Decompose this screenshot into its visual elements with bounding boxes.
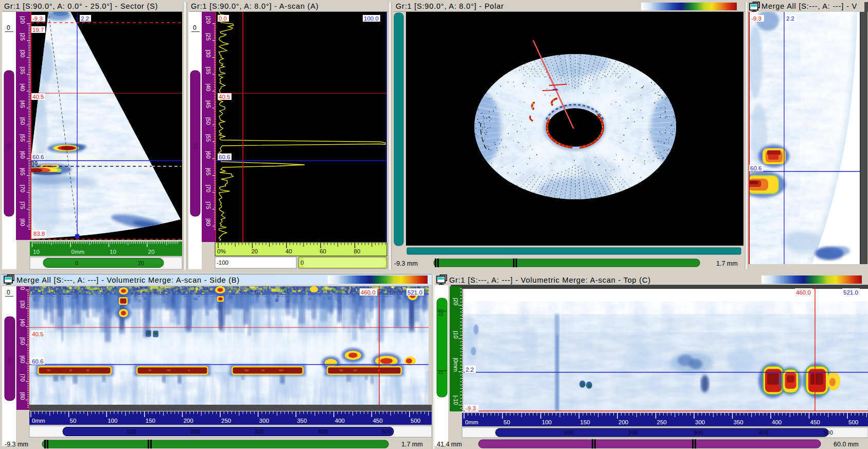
- svg-text:10: 10: [110, 249, 116, 255]
- svg-text:|25: |25: [20, 33, 26, 41]
- svg-text:|30: |30: [205, 49, 211, 57]
- svg-text:0.0: 0.0: [219, 15, 227, 22]
- svg-text:300: 300: [259, 418, 269, 424]
- svg-text:|65: |65: [20, 168, 26, 176]
- svg-text:200: 200: [183, 418, 193, 424]
- svg-text:|35: |35: [205, 66, 211, 74]
- svg-text:350: 350: [734, 419, 743, 425]
- svg-text:100: 100: [563, 429, 573, 436]
- svg-text:|40: |40: [205, 83, 211, 91]
- svg-text:|50: |50: [205, 117, 211, 125]
- svg-text:0mm: 0mm: [465, 419, 479, 425]
- svg-text:0%: 0%: [217, 248, 226, 254]
- svg-text:|55: |55: [20, 134, 26, 142]
- svg-text:80: 80: [354, 248, 361, 254]
- svg-text:Gr:1 [S:90.0°, A: 8.0°] - A-sc: Gr:1 [S:90.0°, A: 8.0°] - A-scan (A): [191, 2, 318, 10]
- svg-text:|60: |60: [205, 151, 211, 159]
- svg-text:50: 50: [504, 419, 510, 425]
- svg-text:300: 300: [694, 429, 703, 436]
- svg-text:0mm: 0mm: [72, 249, 85, 255]
- svg-text:|20: |20: [453, 298, 459, 305]
- svg-text:|50: |50: [20, 117, 26, 125]
- svg-text:|30: |30: [20, 301, 26, 308]
- svg-text:|45: |45: [205, 100, 211, 108]
- svg-text:100: 100: [108, 418, 117, 424]
- svg-text:0: 0: [7, 289, 10, 296]
- svg-text:60.6: 60.6: [32, 358, 43, 365]
- svg-text:Gr:1 [S:90.0°, A: 8.0°] - Pola: Gr:1 [S:90.0°, A: 8.0°] - Polar: [396, 2, 504, 10]
- svg-text:-9.3 mm: -9.3 mm: [394, 260, 418, 267]
- svg-text:40.5: 40.5: [32, 331, 43, 337]
- svg-text:2.2: 2.2: [466, 367, 474, 373]
- svg-text:|80: |80: [20, 218, 26, 226]
- svg-text:40: 40: [286, 248, 292, 254]
- svg-text:|65: |65: [205, 168, 211, 176]
- svg-text:20: 20: [251, 248, 258, 254]
- svg-text:460.0: 460.0: [796, 289, 811, 296]
- svg-text:|60: |60: [20, 355, 26, 363]
- svg-text:500: 500: [848, 419, 858, 425]
- svg-text:60.6: 60.6: [219, 154, 230, 160]
- svg-text:-9.3: -9.3: [751, 15, 761, 22]
- svg-text:-9.3 mm: -9.3 mm: [5, 441, 28, 448]
- svg-text:1.7 mm: 1.7 mm: [401, 441, 423, 448]
- svg-text:521.0: 521.0: [843, 289, 858, 296]
- svg-text:0: 0: [193, 24, 197, 31]
- svg-text:450: 450: [373, 418, 382, 424]
- svg-text:Merge All [S:---, A: ---] - V: Merge All [S:---, A: ---] - V: [761, 2, 857, 10]
- svg-text:20: 20: [148, 249, 155, 255]
- svg-text:250: 250: [221, 418, 231, 424]
- svg-text:0: 0: [7, 24, 10, 31]
- svg-text:|60: |60: [20, 151, 26, 159]
- svg-text:60: 60: [320, 248, 326, 254]
- svg-text:-9.3: -9.3: [32, 15, 43, 22]
- svg-text:|75: |75: [205, 201, 211, 209]
- svg-text:|50: |50: [20, 337, 26, 345]
- svg-text:400: 400: [758, 429, 768, 436]
- svg-text:0: 0: [300, 260, 304, 266]
- svg-text:-100: -100: [217, 260, 228, 266]
- svg-text:|-10: |-10: [453, 395, 459, 405]
- svg-text:50: 50: [192, 144, 198, 150]
- svg-text:|40: |40: [20, 83, 26, 91]
- svg-text:|45: |45: [20, 100, 26, 108]
- svg-text:20: 20: [138, 260, 144, 266]
- svg-text:500: 500: [824, 429, 833, 436]
- svg-text:100: 100: [542, 419, 552, 425]
- svg-text:Gr:1 [S:90.0°, A: 0.0° - 25.0°: Gr:1 [S:90.0°, A: 0.0° - 25.0°] - Sector…: [4, 2, 158, 10]
- svg-text:|20: |20: [205, 16, 211, 24]
- svg-text:|20: |20: [438, 309, 444, 316]
- svg-text:40.5: 40.5: [219, 94, 230, 100]
- svg-text:200: 200: [190, 428, 200, 435]
- svg-text:450: 450: [810, 419, 820, 425]
- svg-text:500: 500: [382, 428, 391, 435]
- svg-text:1.7 mm: 1.7 mm: [716, 260, 738, 267]
- svg-text:460.0: 460.0: [361, 289, 376, 296]
- svg-text:|25: |25: [205, 33, 211, 41]
- svg-text:|35: |35: [20, 66, 26, 74]
- svg-text:|70: |70: [20, 374, 26, 382]
- svg-text:521.0: 521.0: [408, 289, 422, 296]
- svg-text:100: 100: [127, 428, 136, 435]
- svg-text:Merge All [S:---, A: ---] - V: Merge All [S:---, A: ---] - Volumetric M…: [16, 276, 240, 284]
- svg-text:100.0: 100.0: [364, 15, 379, 22]
- svg-text:150: 150: [146, 418, 155, 424]
- svg-text:60.6: 60.6: [750, 165, 761, 171]
- svg-text:60.6: 60.6: [32, 154, 44, 160]
- svg-text:150: 150: [580, 419, 590, 425]
- svg-text:|80: |80: [205, 218, 211, 226]
- svg-text:50: 50: [6, 144, 12, 150]
- svg-text:B0: B0: [30, 160, 38, 166]
- svg-text:|70: |70: [205, 184, 211, 192]
- svg-text:|10: |10: [453, 331, 459, 338]
- svg-text:|70: |70: [20, 184, 26, 192]
- svg-text:|40: |40: [20, 319, 26, 326]
- svg-text:2.2: 2.2: [81, 15, 89, 22]
- svg-text:200: 200: [618, 419, 628, 425]
- svg-text:60.0 mm: 60.0 mm: [834, 441, 859, 448]
- svg-text:-9.3: -9.3: [466, 405, 476, 411]
- svg-text:2.2: 2.2: [786, 15, 794, 22]
- svg-text:50: 50: [7, 357, 12, 364]
- svg-text:|0mm: |0mm: [453, 358, 459, 372]
- svg-text:Gr:1 [S:---, A: ---] - Volume: Gr:1 [S:---, A: ---] - Volumetric Merge:…: [449, 276, 651, 284]
